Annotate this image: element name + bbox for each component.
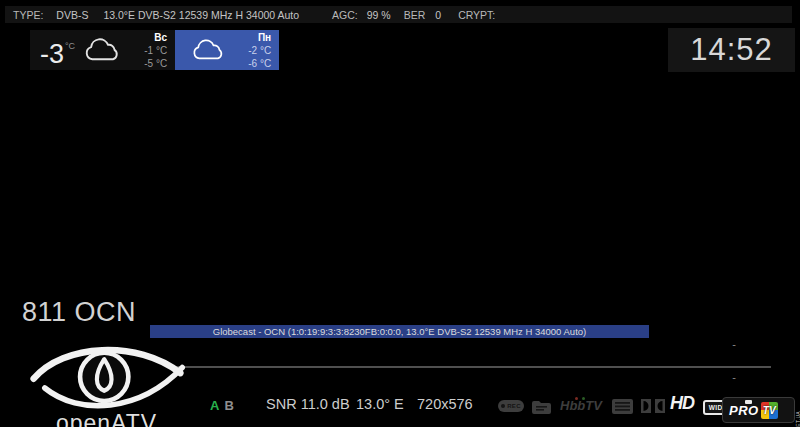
orbital-position: 13.0° E [356,396,404,412]
tv-osd-screen: TYPE: DVB-S 13.0°E DVB-S2 12539 MHz H 34… [0,0,800,427]
ber-value: 0 [435,9,441,21]
forecast-day-sunday[interactable]: Вс -1 °C -5 °C [129,31,167,70]
openatv-logo: openATV [24,336,189,427]
protv-tv-label: TV [761,402,778,419]
event-now-placeholder: - [728,338,740,350]
hbbtv-green-dot-icon [582,397,585,400]
temperature-unit: °C [65,41,75,51]
crypt-label: CRYPT: [458,9,495,21]
protv-chip-icon [745,400,752,404]
weather-current: -3°C Вс -1 °C -5 °C [30,30,175,70]
event-divider-line [175,366,771,368]
audio-track-b: B [224,398,233,413]
eye-icon [28,336,186,414]
agc-label: AGC: [332,9,358,21]
type-label: TYPE: [13,9,43,21]
video-resolution: 720x576 [417,396,473,412]
audio-track-a-active: A [210,398,219,413]
day-low: -5 °C [129,57,167,70]
watermark-site-label: NET.UA [795,411,800,427]
dolby-digital-icon [641,399,665,417]
hbbtv-icon: HbbTV [560,398,602,413]
openatv-wordmark: openATV [24,410,189,427]
snr-value: SNR 11.0 dB [266,396,350,412]
agc-value: 99 % [367,9,391,21]
forecast-values: Пн -2 °C -6 °C [233,31,271,70]
service-reference-bar: Globecast - OCN (1:0:19:9:3:3:8230FB:0:0… [150,325,649,338]
protv-color-square-icon: TV [761,402,778,419]
channel-name: 811 OCN [22,297,136,328]
record-label: REC [507,403,521,409]
day-low: -6 °C [233,57,271,70]
current-temperature: -3°C [40,26,75,74]
hd-indicator: HD [670,393,694,414]
weather-widget: -3°C Вс -1 °C -5 °C Пн -2 °C -6 °C [30,30,279,70]
teletext-icon [612,399,633,418]
hbbtv-red-dot-icon [575,397,578,400]
cloud-icon [191,38,227,63]
audio-track-indicators: AB [210,398,234,413]
day-name: Вс [129,31,167,44]
protv-channel-logo: PRO TV NET.UA [722,397,795,423]
hbbtv-label: HbbTV [560,398,602,413]
record-icon: REC [498,400,524,412]
tuner-info-bar: TYPE: DVB-S 13.0°E DVB-S2 12539 MHz H 34… [5,6,792,23]
event-next-placeholder: - [728,371,740,383]
cloud-icon [83,37,123,64]
day-high: -1 °C [129,44,167,57]
service-reference-text: Globecast - OCN (1:0:19:9:3:3:8230FB:0:0… [213,326,586,337]
timeshift-folder-icon [532,400,551,418]
day-name: Пн [233,31,271,44]
transponder-info: 13.0°E DVB-S2 12539 MHz H 34000 Auto [103,9,299,21]
record-dot-icon [501,404,505,408]
tuner-system: DVB-S [56,9,88,21]
forecast-day-monday-selected[interactable]: Пн -2 °C -6 °C [175,30,279,70]
ber-label: BER [404,9,426,21]
clock: 14:52 [668,28,795,72]
day-high: -2 °C [233,44,271,57]
protv-wordmark: PRO [729,403,759,418]
